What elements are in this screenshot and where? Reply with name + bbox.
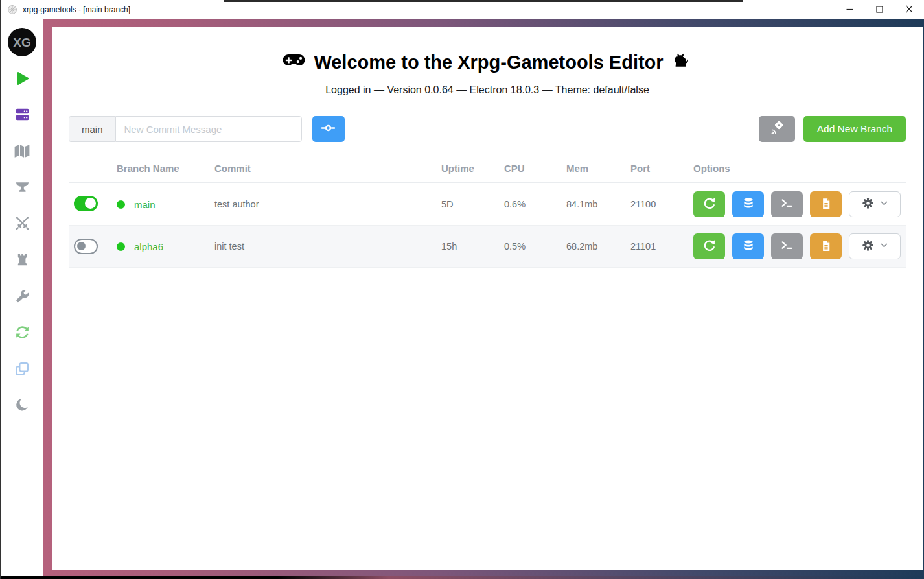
database-button[interactable] (732, 191, 764, 217)
header-options: Options (688, 158, 906, 182)
terminal-icon (780, 239, 794, 254)
git-commit-icon (321, 121, 336, 137)
crossed-swords-icon (14, 215, 30, 233)
logs-button[interactable] (810, 233, 842, 259)
window-bottom-edge (1, 576, 924, 579)
redo-icon (702, 196, 716, 212)
sync-icon (14, 324, 30, 342)
settings-dropdown[interactable] (849, 233, 901, 259)
header-commit: Commit (209, 158, 436, 182)
branch-name: main (134, 199, 156, 210)
status-line: Logged in — Version 0.0.64 — Electron 18… (69, 84, 906, 96)
maximize-button[interactable] (864, 0, 894, 19)
uptime-cell: 5D (436, 199, 499, 209)
app-body: XG (1, 19, 924, 576)
sidebar-item-towers[interactable] (1, 242, 43, 279)
window-title: xrpg-gametools - [main branch] (23, 5, 130, 14)
main-content: Welcome to the Xrpg-Gametools Editor Log… (52, 27, 923, 570)
cpu-cell: 0.6% (499, 199, 561, 209)
commit-cell: test author (209, 199, 436, 209)
titlebar: xrpg-gametools - [main branch] (1, 0, 924, 19)
settings-dropdown[interactable] (849, 191, 901, 217)
status-dot (117, 242, 125, 251)
table-row: alpha6 init test 15h 0.5% 68.2mb 21101 (69, 226, 906, 268)
app-icon (7, 5, 17, 15)
black-cat-icon (672, 52, 692, 73)
sidebar-item-combat[interactable] (1, 206, 43, 242)
chevron-down-icon (880, 241, 888, 252)
chess-rook-icon (15, 252, 30, 269)
sidebar-item-dark-mode[interactable] (1, 388, 43, 424)
terminal-icon (780, 196, 794, 212)
sidebar-item-maps[interactable] (1, 134, 43, 170)
close-button[interactable] (894, 0, 924, 19)
close-icon (905, 5, 913, 15)
file-icon (820, 197, 832, 212)
commit-cell: init test (209, 241, 436, 252)
play-icon (14, 70, 30, 89)
minimize-button[interactable] (835, 0, 864, 19)
branch-addon-label: main (69, 116, 115, 142)
sidebar-item-tools[interactable] (1, 279, 43, 315)
window-controls (835, 0, 924, 19)
terminal-button[interactable] (771, 233, 803, 259)
moon-icon (15, 397, 30, 414)
gear-icon (862, 197, 874, 211)
sidebar-item-servers[interactable] (1, 97, 43, 134)
header-mem: Mem (561, 158, 625, 182)
branch-table: Branch Name Commit Uptime CPU Mem Port O… (69, 158, 906, 268)
sidebar-item-forge[interactable] (1, 170, 43, 206)
map-icon (14, 143, 30, 161)
chevron-down-icon (880, 199, 888, 209)
commit-message-input[interactable] (115, 116, 302, 142)
header-port: Port (625, 158, 688, 182)
content-frame: Welcome to the Xrpg-Gametools Editor Log… (43, 19, 924, 576)
page-title: Welcome to the Xrpg-Gametools Editor (69, 27, 906, 73)
file-icon (820, 239, 832, 254)
restart-button[interactable] (693, 233, 725, 259)
terminal-button[interactable] (771, 191, 803, 217)
header-uptime: Uptime (436, 158, 499, 182)
wrench-icon (14, 289, 30, 306)
sidebar-item-play[interactable] (1, 61, 43, 97)
broadcast-button[interactable] (759, 116, 795, 142)
port-cell: 21100 (625, 199, 688, 209)
anvil-icon (14, 179, 30, 197)
header-toggle (69, 163, 111, 177)
minimize-icon (846, 5, 853, 15)
branch-enabled-toggle[interactable] (74, 196, 98, 211)
redo-icon (702, 239, 716, 254)
clone-icon (14, 361, 30, 379)
header-branch-name: Branch Name (111, 158, 209, 182)
commit-input-group: main (69, 116, 302, 142)
add-new-branch-button[interactable]: Add New Branch (803, 116, 906, 142)
app-logo[interactable]: XG (7, 27, 37, 57)
database-icon (742, 239, 755, 254)
branch-name: alpha6 (134, 241, 163, 252)
port-cell: 21101 (625, 241, 688, 252)
commit-button[interactable] (312, 116, 345, 142)
window-top-edge-artifact (224, 0, 743, 2)
table-header-row: Branch Name Commit Uptime CPU Mem Port O… (69, 158, 906, 183)
sidebar-item-sync[interactable] (1, 315, 43, 351)
toolbar: main Add New Branch (69, 116, 906, 142)
table-row: main test author 5D 0.6% 84.1mb 21100 (69, 183, 906, 226)
status-dot (117, 200, 125, 209)
server-stack-icon (14, 106, 30, 124)
uptime-cell: 15h (436, 241, 499, 252)
gear-icon (862, 239, 874, 254)
options-cell (688, 191, 906, 217)
cpu-cell: 0.5% (499, 241, 561, 252)
header-cpu: CPU (499, 158, 561, 182)
restart-button[interactable] (693, 191, 725, 217)
mem-cell: 68.2mb (561, 241, 625, 252)
sidebar: XG (1, 19, 43, 576)
logs-button[interactable] (810, 191, 842, 217)
options-cell (688, 233, 906, 259)
database-icon (742, 197, 755, 212)
branch-enabled-toggle[interactable] (74, 239, 98, 254)
database-button[interactable] (732, 233, 764, 259)
gamepad-icon (283, 51, 305, 73)
mem-cell: 84.1mb (561, 199, 625, 209)
sidebar-item-windows[interactable] (1, 351, 43, 388)
